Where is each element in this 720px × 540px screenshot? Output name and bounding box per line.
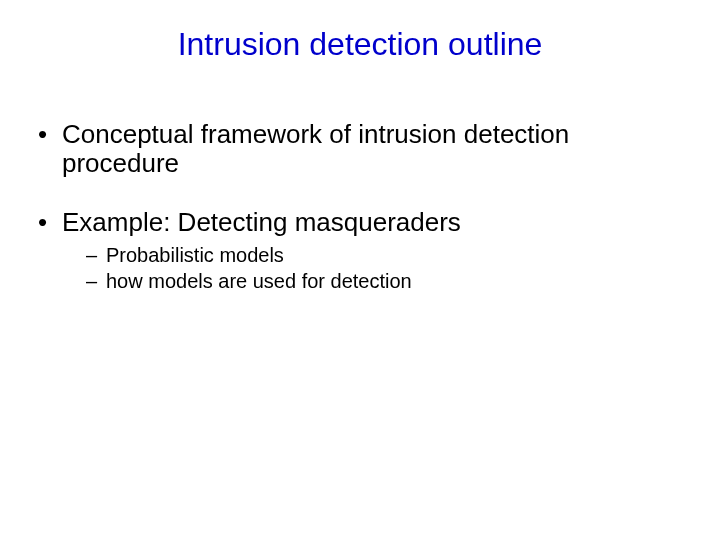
bullet-text: Conceptual framework of intrusion detect… [62, 119, 569, 178]
slide: Intrusion detection outline Conceptual f… [0, 0, 720, 540]
slide-title: Intrusion detection outline [0, 26, 720, 63]
list-item: Conceptual framework of intrusion detect… [38, 120, 680, 178]
sub-bullet-text: how models are used for detection [106, 270, 412, 292]
list-item: Probabilistic models [86, 243, 680, 267]
bullet-text: Example: Detecting masqueraders [62, 207, 461, 237]
list-item: Example: Detecting masqueraders Probabil… [38, 208, 680, 293]
sub-bullet-text: Probabilistic models [106, 244, 284, 266]
bullet-list: Conceptual framework of intrusion detect… [38, 120, 680, 293]
sub-bullet-list: Probabilistic models how models are used… [62, 243, 680, 293]
slide-body: Conceptual framework of intrusion detect… [38, 120, 680, 323]
list-item: how models are used for detection [86, 269, 680, 293]
